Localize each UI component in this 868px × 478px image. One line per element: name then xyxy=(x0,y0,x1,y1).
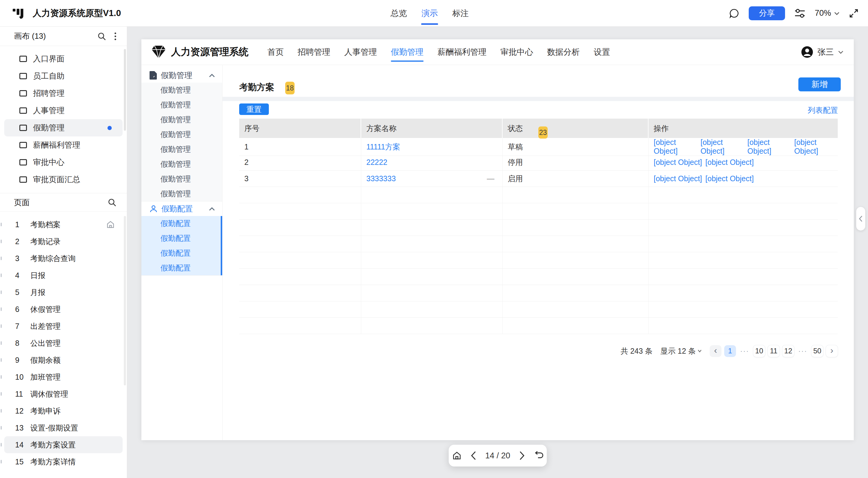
page-item[interactable]: 2 考勤记录 xyxy=(4,233,123,250)
next-page-icon[interactable] xyxy=(519,451,525,460)
nav-item[interactable]: 人事管理 xyxy=(344,46,377,58)
zoom-control[interactable]: 70% xyxy=(815,8,840,18)
share-button[interactable]: 分享 xyxy=(749,6,785,20)
page-button[interactable]: 1 xyxy=(724,345,736,357)
page-item[interactable]: 11 调休假管理 xyxy=(4,385,123,402)
plan-name-link[interactable]: 22222 xyxy=(366,158,388,167)
fullscreen-icon[interactable] xyxy=(848,8,859,19)
page-item[interactable]: 8 公出管理 xyxy=(4,335,123,351)
mode-tab[interactable]: 标注 xyxy=(452,0,469,26)
page-item[interactable]: 13 设置-假期设置 xyxy=(4,419,123,436)
page-item[interactable]: 7 出差管理 xyxy=(4,318,123,335)
canvas-item[interactable]: 招聘管理 xyxy=(4,85,123,102)
reset-button[interactable]: 重置 xyxy=(239,103,269,115)
settings-sliders-icon[interactable] xyxy=(794,8,806,19)
row-action-link[interactable]: [object Object] xyxy=(747,138,791,156)
comment-icon[interactable] xyxy=(729,8,740,19)
app-logo-icon[interactable] xyxy=(12,7,25,20)
menu-group-header[interactable]: 假勤管理 xyxy=(142,68,222,82)
page-item[interactable]: 3 考勤综合查询 xyxy=(4,250,123,267)
cell-name: 11111方案 xyxy=(361,138,503,156)
canvas-item[interactable]: 假勤管理 xyxy=(4,119,123,136)
page-button[interactable]: ··· xyxy=(797,345,809,357)
page-button[interactable]: › xyxy=(826,345,838,357)
page-button[interactable]: ‹ xyxy=(710,345,721,357)
page-button[interactable]: 50 xyxy=(811,345,823,357)
menu-item[interactable]: 假勤管理 xyxy=(142,112,222,127)
mode-tab[interactable]: 总览 xyxy=(391,0,407,26)
row-action-link[interactable]: [object Object] xyxy=(701,138,744,156)
plan-name-link[interactable]: 3333333 xyxy=(366,174,396,183)
canvas-item[interactable]: 审批页面汇总 xyxy=(4,171,123,188)
mode-tab[interactable]: 演示 xyxy=(422,0,438,26)
page-item-number: 1 xyxy=(15,220,30,229)
page-item[interactable]: 12 考勤申诉 xyxy=(4,402,123,419)
menu-item[interactable]: 假勤管理 xyxy=(142,82,222,97)
page-item[interactable]: 4 日报 xyxy=(4,267,123,284)
prev-page-icon[interactable] xyxy=(471,451,476,460)
nav-item[interactable]: 数据分析 xyxy=(547,46,580,58)
page-size-select[interactable]: 显示 12 条 xyxy=(660,346,702,356)
home-icon[interactable] xyxy=(452,451,462,460)
canvas-item[interactable]: 审批中心 xyxy=(4,154,123,171)
cell-name xyxy=(361,187,503,203)
more-kebab-icon[interactable] xyxy=(114,32,117,41)
row-action-link[interactable]: [object Object] xyxy=(654,174,702,183)
cell-no: 2 xyxy=(239,154,361,171)
menu-item[interactable]: 假勤配置 xyxy=(142,231,222,246)
canvas-item[interactable]: 入口界面 xyxy=(4,50,123,67)
page-item[interactable]: 10 加班管理 xyxy=(4,369,123,385)
menu-item[interactable]: 假勤管理 xyxy=(142,127,222,142)
row-dash-handle[interactable]: — xyxy=(487,174,494,183)
annotation-badge-23[interactable]: 23 xyxy=(538,127,548,139)
nav-item[interactable]: 假勤管理 xyxy=(391,46,424,58)
page-item[interactable]: 16 休假项目设置 xyxy=(4,470,123,474)
search-icon[interactable] xyxy=(97,32,106,41)
menu-item[interactable]: 假勤管理 xyxy=(142,157,222,172)
right-panel-toggle[interactable] xyxy=(856,207,865,231)
page-item[interactable]: 1 考勤档案 xyxy=(4,216,123,233)
row-action-link[interactable]: [object Object] xyxy=(654,158,702,167)
row-action-link[interactable]: [object Object] xyxy=(654,138,697,156)
page-item[interactable]: 15 考勤方案详情 xyxy=(4,453,123,470)
canvas-list-scrollbar[interactable] xyxy=(124,49,126,131)
nav-item[interactable]: 招聘管理 xyxy=(298,46,330,58)
menu-item[interactable]: 假勤配置 xyxy=(142,216,222,231)
row-action-link[interactable]: [object Object] xyxy=(706,158,754,167)
nav-item[interactable]: 审批中心 xyxy=(500,46,533,58)
page-item[interactable]: 5 月报 xyxy=(4,284,123,301)
page-list-scrollbar[interactable] xyxy=(124,216,126,385)
add-button[interactable]: 新增 xyxy=(798,77,841,91)
menu-group-items: 假勤配置 假勤配置 假勤配置 假勤配置 xyxy=(142,216,222,276)
canvas-item[interactable]: 人事管理 xyxy=(4,102,123,119)
nav-item[interactable]: 首页 xyxy=(267,46,284,58)
annotation-badge-18[interactable]: 18 xyxy=(285,82,294,94)
menu-item[interactable]: 假勤管理 xyxy=(142,186,222,201)
plan-name-link[interactable]: 11111方案 xyxy=(366,142,400,152)
page-button[interactable]: 12 xyxy=(782,345,794,357)
user-menu[interactable]: 张三 xyxy=(801,46,843,58)
nav-item[interactable]: 薪酬福利管理 xyxy=(437,46,487,58)
menu-group-header[interactable]: 假勤配置 xyxy=(142,202,222,216)
canvas-item-label: 入口界面 xyxy=(33,54,64,64)
restart-icon[interactable] xyxy=(534,451,544,460)
page-item[interactable]: 6 休假管理 xyxy=(4,301,123,318)
menu-item[interactable]: 假勤管理 xyxy=(142,142,222,157)
search-icon[interactable] xyxy=(107,198,117,207)
menu-item[interactable]: 假勤管理 xyxy=(142,172,222,186)
page-button[interactable]: ··· xyxy=(739,345,750,357)
menu-item[interactable]: 假勤配置 xyxy=(142,246,222,261)
list-config-link[interactable]: 列表配置 xyxy=(808,105,838,115)
canvas-item[interactable]: 薪酬福利管理 xyxy=(4,136,123,154)
page-button[interactable]: 10 xyxy=(753,345,765,357)
page-button[interactable]: 11 xyxy=(768,345,780,357)
menu-item[interactable]: 假勤管理 xyxy=(142,97,222,112)
row-action-link[interactable]: [object Object] xyxy=(794,138,838,156)
nav-item[interactable]: 设置 xyxy=(594,46,610,58)
page-item[interactable]: 9 假期余额 xyxy=(4,351,123,369)
row-action-link[interactable]: [object Object] xyxy=(706,174,754,183)
menu-item[interactable]: 假勤配置 xyxy=(142,261,222,275)
top-bar: 人力资源系统原型V1.0 总览 演示 标注 分享 70% xyxy=(0,0,868,27)
page-item[interactable]: 14 考勤方案设置 xyxy=(4,436,123,453)
canvas-item[interactable]: 员工自助 xyxy=(4,67,123,85)
